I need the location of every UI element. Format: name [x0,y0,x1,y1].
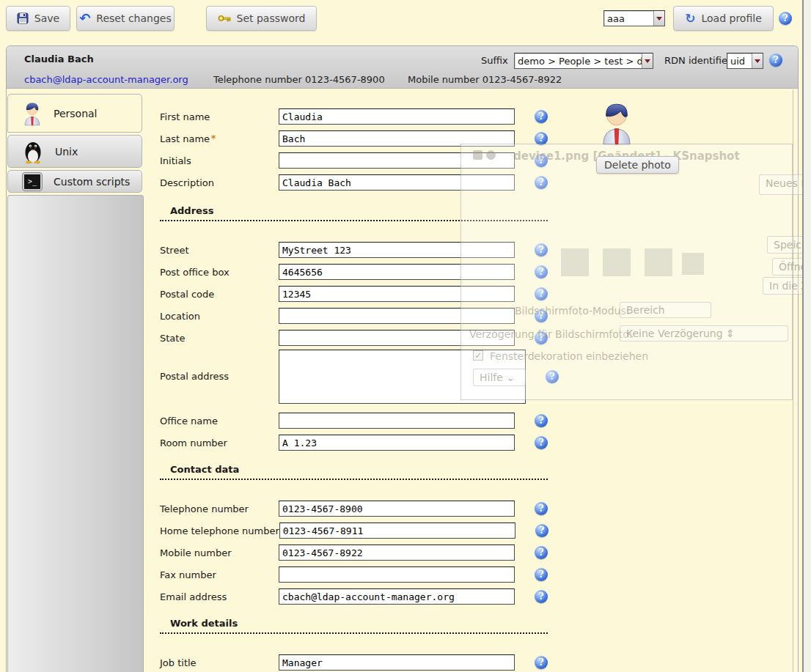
field-row: Fax number ? [160,564,559,586]
help-icon[interactable]: ? [535,568,548,581]
help-icon[interactable]: ? [535,546,548,559]
fax-number-label: Fax number [160,569,279,580]
field-row: Post office box ? [160,261,559,283]
field-row: Job title ? [160,651,559,672]
tux-icon [23,139,43,164]
delete-photo-tooltip: Delete photo [596,156,679,174]
state-input[interactable] [279,330,515,346]
help-icon[interactable]: ? [535,176,548,189]
field-row: Home telephone number ? [160,520,559,542]
street-input[interactable] [279,242,515,258]
home-telephone-input[interactable] [279,523,515,539]
help-icon[interactable]: ? [535,110,548,123]
reset-changes-button[interactable]: ↶ Reset changes [76,6,175,31]
header-mobile: Mobile number 0123-4567-8922 [408,74,562,85]
help-icon[interactable]: ? [769,53,782,67]
save-label: Save [34,12,59,24]
set-password-button[interactable]: Set password [206,6,317,31]
reset-changes-label: Reset changes [96,12,171,24]
field-row: Office name ? [160,410,559,432]
initials-input[interactable] [279,152,515,169]
chevron-down-icon [653,11,664,26]
state-label: State [160,333,279,344]
home-telephone-label: Home telephone number [160,525,279,536]
help-icon[interactable]: ? [535,287,548,300]
fax-number-input[interactable] [279,566,515,583]
field-row: Postal code ? [160,283,559,305]
load-profile-label: Load profile [701,12,761,24]
field-row: State ? [160,327,559,349]
office-name-input[interactable] [279,413,515,429]
field-row: Location ? [160,305,559,327]
field-row: Postal address ? [160,349,559,404]
key-icon [218,14,231,23]
undo-icon: ↶ [79,13,90,23]
tab-unix-label: Unix [55,146,78,158]
postal-code-label: Postal code [160,289,279,300]
load-profile-button[interactable]: ↻ Load profile [673,6,774,31]
initials-label: Initials [160,155,279,166]
help-icon[interactable]: ? [535,154,548,167]
tab-custom-scripts[interactable]: >_ Custom scripts [7,170,142,193]
tab-personal-label: Personal [54,108,98,119]
account-header: Claudia Bach Suffix demo > People > test… [7,46,798,89]
description-input[interactable] [279,174,515,191]
post-office-box-input[interactable] [279,264,515,280]
help-icon[interactable]: ? [535,309,548,322]
help-icon[interactable]: ? [535,502,548,515]
rdn-identifier-select[interactable]: uid [727,53,763,69]
first-name-input[interactable] [279,108,515,125]
user-photo[interactable] [600,100,634,149]
set-password-label: Set password [237,12,306,24]
save-button[interactable]: Save [6,6,70,31]
help-icon[interactable]: ? [535,524,548,537]
header-telephone: Telephone number 0123-4567-8900 [213,74,385,85]
help-icon[interactable]: ? [535,590,548,603]
job-title-label: Job title [160,657,279,668]
postal-code-input[interactable] [279,286,515,302]
section-heading-address: Address [160,205,548,221]
suffix-select[interactable]: demo > People > test > de [514,53,653,69]
field-row: Telephone number ? [160,498,559,520]
chevron-down-icon [642,53,653,68]
telephone-label: Telephone number [160,503,279,514]
help-icon[interactable]: ? [535,265,548,278]
tab-unix[interactable]: Unix [7,135,142,168]
help-icon[interactable]: ? [535,414,548,427]
location-label: Location [160,311,279,322]
section-heading-contact: Contact data [160,464,548,480]
help-icon[interactable]: ? [535,436,548,449]
help-icon[interactable]: ? [535,132,548,145]
reload-icon: ↻ [685,12,695,24]
field-row: Street ? [160,239,559,261]
email-link[interactable]: cbach@ldap-account-manager.org [24,74,188,85]
sidebar-backdrop [7,195,144,672]
field-row: Mobile number ? [160,542,559,564]
room-number-input[interactable] [279,435,515,451]
help-icon[interactable]: ? [546,370,559,383]
personal-form: First name ? Last name* ? Initials ? Des… [160,106,559,672]
help-icon[interactable]: ? [779,12,792,25]
last-name-input[interactable] [279,130,515,147]
help-icon[interactable]: ? [535,656,548,669]
suffix-label: Suffix [481,55,508,66]
tab-custom-scripts-label: Custom scripts [54,176,130,188]
field-row: First name ? [160,106,559,128]
office-name-label: Office name [160,416,279,427]
help-icon[interactable]: ? [535,243,548,256]
post-office-box-label: Post office box [160,267,279,278]
profile-select[interactable]: aaa [603,10,665,26]
help-icon[interactable]: ? [535,331,548,344]
floppy-disk-icon [17,12,29,24]
location-input[interactable] [279,308,515,324]
mobile-number-input[interactable] [279,544,515,561]
postal-address-textarea[interactable] [279,350,526,404]
window-edge-strip [802,0,811,672]
tab-personal[interactable]: Personal [7,94,142,133]
email-address-input[interactable] [279,588,515,605]
chevron-down-icon [752,53,763,68]
profile-select-value: aaa [604,13,653,24]
street-label: Street [160,245,279,256]
job-title-input[interactable] [279,654,515,671]
telephone-input[interactable] [279,501,515,517]
